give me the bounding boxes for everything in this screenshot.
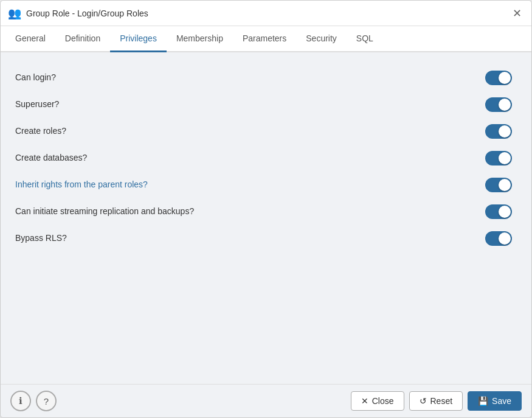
privilege-row-superuser: Superuser?: [15, 91, 517, 118]
tab-privileges[interactable]: Privileges: [110, 26, 167, 52]
toggle-container-bypass-rls: [480, 231, 517, 246]
privilege-label-streaming-replication: Can initiate streaming replication and b…: [15, 206, 480, 218]
toggle-slider-inherit-rights: [485, 178, 512, 192]
toggle-superuser[interactable]: [485, 97, 512, 112]
footer-left: ℹ ?: [10, 391, 57, 411]
title-bar-left: 👥 Group Role - Login/Group Roles: [8, 7, 148, 20]
privilege-row-can-login: Can login?: [15, 64, 517, 91]
tabs-bar: General Definition Privileges Membership…: [1, 26, 531, 52]
dialog: 👥 Group Role - Login/Group Roles ✕ Gener…: [0, 0, 532, 418]
footer-right: ✕ Close ↺ Reset 💾 Save: [351, 391, 522, 411]
privilege-label-bypass-rls: Bypass RLS?: [15, 232, 480, 245]
title-bar: 👥 Group Role - Login/Group Roles ✕: [1, 1, 531, 26]
tab-definition[interactable]: Definition: [55, 26, 110, 52]
privilege-label-superuser: Superuser?: [15, 99, 480, 111]
save-button[interactable]: 💾 Save: [468, 391, 522, 411]
toggle-streaming-replication[interactable]: [485, 204, 512, 219]
toggle-inherit-rights[interactable]: [485, 178, 512, 192]
toggle-container-can-login: [480, 71, 517, 85]
privilege-label-can-login: Can login?: [15, 72, 480, 84]
toggle-create-roles[interactable]: [485, 124, 512, 139]
info-button[interactable]: ℹ: [10, 391, 31, 411]
close-button[interactable]: ✕ Close: [351, 391, 404, 411]
privilege-label-create-roles: Create roles?: [15, 125, 480, 138]
toggle-container-create-databases: [480, 151, 517, 165]
toggle-slider-bypass-rls: [485, 231, 512, 246]
tab-parameters[interactable]: Parameters: [233, 26, 296, 52]
toggle-create-databases[interactable]: [485, 151, 512, 165]
privilege-label-inherit-rights: Inherit rights from the parent roles?: [15, 179, 480, 191]
privilege-row-bypass-rls: Bypass RLS?: [15, 225, 517, 252]
tab-membership[interactable]: Membership: [167, 26, 233, 52]
toggle-container-streaming-replication: [480, 204, 517, 219]
toggle-slider-superuser: [485, 97, 512, 112]
save-label: Save: [492, 396, 511, 406]
help-button[interactable]: ?: [36, 391, 57, 411]
toggle-container-create-roles: [480, 124, 517, 139]
reset-label: Reset: [430, 396, 453, 406]
toggle-slider-create-roles: [485, 124, 512, 139]
toggle-container-inherit-rights: [480, 178, 517, 192]
tab-sql[interactable]: SQL: [347, 26, 383, 52]
privilege-row-create-roles: Create roles?: [15, 118, 517, 145]
reset-button[interactable]: ↺ Reset: [409, 391, 463, 411]
toggle-bypass-rls[interactable]: [485, 231, 512, 246]
reset-icon: ↺: [420, 396, 427, 406]
footer: ℹ ? ✕ Close ↺ Reset 💾 Save: [1, 384, 531, 417]
save-icon: 💾: [478, 396, 488, 406]
dialog-icon: 👥: [8, 7, 21, 20]
privilege-label-create-databases: Create databases?: [15, 152, 480, 164]
toggle-slider-streaming-replication: [485, 204, 512, 219]
privilege-row-streaming-replication: Can initiate streaming replication and b…: [15, 198, 517, 225]
close-label: Close: [372, 396, 394, 406]
toggle-slider-can-login: [485, 71, 512, 85]
info-icon: ℹ: [19, 395, 22, 406]
tab-general[interactable]: General: [5, 26, 55, 52]
close-icon: ✕: [361, 396, 368, 406]
privilege-row-inherit-rights: Inherit rights from the parent roles?: [15, 172, 517, 198]
privilege-row-create-databases: Create databases?: [15, 145, 517, 172]
toggle-container-superuser: [480, 97, 517, 112]
toggle-can-login[interactable]: [485, 71, 512, 85]
toggle-slider-create-databases: [485, 151, 512, 165]
dialog-title: Group Role - Login/Group Roles: [26, 9, 148, 18]
tab-security[interactable]: Security: [296, 26, 347, 52]
help-icon: ?: [44, 396, 49, 406]
dialog-close-button[interactable]: ✕: [510, 5, 524, 21]
content-area: Can login? Superuser? Create roles?: [1, 52, 531, 384]
